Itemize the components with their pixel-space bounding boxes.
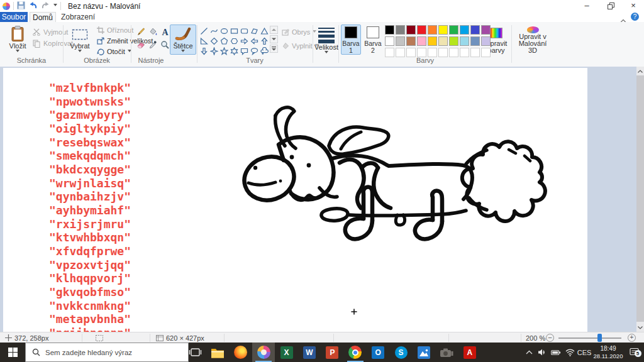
restore-button[interactable]	[600, 0, 621, 12]
palette-swatch[interactable]	[449, 25, 458, 35]
shape-outline-button[interactable]: Obrys	[282, 27, 316, 37]
zoom-out-button[interactable]: –	[546, 334, 554, 342]
palette-swatch-empty[interactable]	[449, 48, 458, 57]
clock[interactable]: 18:49 28.11.2020	[591, 343, 625, 362]
tab-home[interactable]: Domů	[30, 12, 56, 22]
action-center-icon[interactable]: 5	[626, 343, 641, 362]
scroll-down-icon[interactable]	[636, 323, 644, 332]
taskbar-firefox-icon[interactable]	[230, 343, 252, 362]
toolbar-customize-dropdown[interactable]	[53, 4, 57, 8]
taskbar-paint-icon[interactable]	[252, 343, 275, 362]
palette-swatch-empty[interactable]	[460, 48, 469, 57]
palette-swatch[interactable]	[396, 25, 405, 35]
palette-swatch-empty[interactable]	[417, 48, 426, 57]
eraser-tool-icon[interactable]	[136, 40, 147, 50]
start-button[interactable]	[0, 343, 25, 362]
taskbar-search-input[interactable]: Sem zadejte hledaný výraz	[25, 343, 189, 362]
taskbar-excel-icon[interactable]: X	[275, 343, 298, 362]
magnifier-tool-icon[interactable]	[160, 40, 170, 50]
shape-star-6-icon[interactable]	[230, 47, 239, 56]
shape-star-5-icon[interactable]	[219, 47, 229, 56]
zoom-slider-track[interactable]	[558, 337, 621, 339]
shape-ellipse-icon[interactable]	[219, 26, 229, 36]
palette-swatch-empty[interactable]	[428, 48, 437, 57]
shape-callout-oval-icon[interactable]	[250, 47, 259, 56]
shape-star-4-icon[interactable]	[209, 47, 219, 56]
minimize-button[interactable]: –	[576, 0, 597, 12]
taskbar-camera-icon[interactable]	[435, 343, 458, 362]
paste-button[interactable]: Vložit	[4, 25, 31, 55]
pencil-tool-icon[interactable]	[136, 26, 147, 37]
crop-button[interactable]: Oříznout	[97, 25, 133, 35]
color-picker-tool-icon[interactable]	[148, 40, 158, 50]
palette-swatch-empty[interactable]	[481, 48, 491, 57]
palette-swatch[interactable]	[406, 36, 416, 46]
palette-swatch[interactable]	[417, 36, 426, 46]
zoom-slider-thumb[interactable]	[597, 334, 602, 342]
palette-swatch-empty[interactable]	[438, 48, 448, 57]
shape-polygon-icon[interactable]	[250, 26, 259, 36]
palette-swatch[interactable]	[438, 36, 448, 46]
palette-swatch[interactable]	[470, 36, 480, 46]
palette-swatch[interactable]	[406, 25, 416, 35]
palette-swatch-empty[interactable]	[396, 48, 405, 57]
shape-pentagon-icon[interactable]	[219, 36, 229, 46]
close-button[interactable]: ×	[623, 0, 644, 12]
color2-button[interactable]: Barva 2	[363, 25, 383, 55]
select-button[interactable]: Vybrat	[65, 25, 94, 55]
taskbar-photos-icon[interactable]	[413, 343, 435, 362]
wifi-icon[interactable]	[564, 343, 576, 362]
drawing-canvas[interactable]: "mzlvfbnkpk""npwotwnsks""gazmwybyry""oig…	[3, 68, 587, 332]
volume-icon[interactable]	[536, 343, 548, 362]
taskbar-acrobat-icon[interactable]: A	[458, 343, 481, 362]
undo-button[interactable]	[28, 1, 38, 12]
shapes-more-icon[interactable]	[270, 45, 278, 53]
brushes-button[interactable]: Štětce	[170, 25, 196, 55]
palette-swatch[interactable]	[460, 25, 469, 35]
shape-rectangle-icon[interactable]	[230, 26, 239, 36]
shape-arrow-left-icon[interactable]	[250, 36, 259, 46]
battery-icon[interactable]	[550, 343, 562, 362]
shape-rounded-rectangle-icon[interactable]	[240, 26, 249, 36]
taskbar-file-explorer-icon[interactable]	[206, 343, 229, 362]
help-icon[interactable]: ?	[631, 13, 639, 21]
save-button[interactable]	[17, 1, 25, 12]
shape-line-icon[interactable]	[199, 26, 209, 36]
tab-file[interactable]: Soubor	[0, 12, 28, 22]
shape-diamond-icon[interactable]	[209, 36, 219, 46]
tray-expand-icon[interactable]	[523, 343, 535, 362]
vertical-scrollbar[interactable]	[636, 67, 644, 332]
taskbar-word-icon[interactable]: W	[298, 343, 321, 362]
rotate-button[interactable]: Otočit	[97, 47, 131, 57]
shape-right-triangle-icon[interactable]	[199, 36, 209, 46]
palette-swatch[interactable]	[460, 36, 469, 46]
taskbar-task-view-icon[interactable]	[184, 343, 206, 362]
palette-swatch[interactable]	[449, 36, 458, 46]
shape-arrow-up-icon[interactable]	[260, 36, 269, 46]
palette-swatch[interactable]	[438, 25, 448, 35]
text-tool-icon[interactable]: A	[160, 26, 170, 37]
taskbar-powerpoint-icon[interactable]: P	[321, 343, 343, 362]
size-button[interactable]: Velikost	[315, 25, 338, 55]
language-indicator[interactable]: CES	[576, 343, 592, 362]
scroll-up-icon[interactable]	[636, 67, 644, 75]
shape-hexagon-icon[interactable]	[230, 36, 239, 46]
palette-swatch-empty[interactable]	[406, 48, 416, 57]
palette-swatch[interactable]	[428, 36, 437, 46]
paint3d-button[interactable]: Upravit v Malování 3D	[514, 25, 551, 55]
fill-tool-icon[interactable]	[148, 26, 158, 37]
scrollbar-thumb[interactable]	[636, 75, 644, 322]
palette-swatch[interactable]	[481, 36, 491, 46]
shape-triangle-icon[interactable]	[260, 26, 269, 36]
palette-swatch-empty[interactable]	[470, 48, 480, 57]
palette-swatch[interactable]	[385, 25, 394, 35]
palette-swatch[interactable]	[417, 25, 426, 35]
taskbar-chrome-icon[interactable]	[344, 343, 367, 362]
taskbar-skype-icon[interactable]: S	[390, 343, 413, 362]
palette-swatch[interactable]	[385, 36, 394, 46]
shape-callout-rectangle-icon[interactable]	[240, 47, 249, 56]
palette-swatch[interactable]	[396, 36, 405, 46]
redo-button[interactable]	[41, 1, 50, 12]
shape-callout-cloud-icon[interactable]	[260, 47, 269, 56]
palette-swatch-empty[interactable]	[385, 48, 394, 57]
